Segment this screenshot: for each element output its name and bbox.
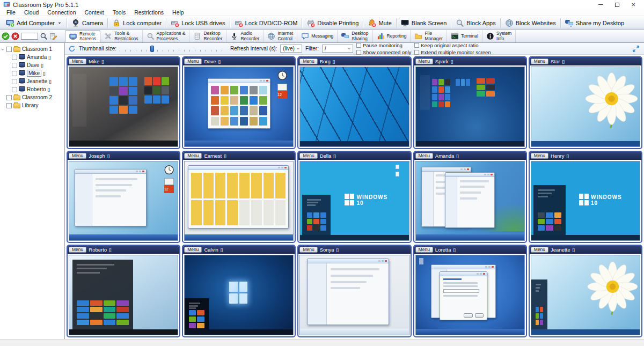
maximize-button[interactable] [615, 3, 619, 7]
station-menu-button[interactable]: Menu [184, 247, 202, 253]
menu-item-cloud[interactable]: Cloud [20, 9, 43, 16]
tree-checkbox[interactable] [12, 87, 17, 92]
tree-checkbox[interactable] [6, 95, 12, 100]
station-screen[interactable] [531, 67, 640, 147]
station-screen[interactable]: 12 [69, 161, 178, 241]
station-menu-button[interactable]: Menu [415, 58, 433, 64]
toolbar-button-block-apps[interactable]: Block Apps [452, 18, 499, 28]
tab-reporting[interactable]: Reporting [373, 30, 411, 42]
tab-remote-screens[interactable]: RemoteScreens [65, 30, 100, 42]
expand-view-icon[interactable] [632, 45, 641, 53]
checkbox-box[interactable] [414, 43, 419, 48]
toolbar-button-camera[interactable]: Camera [68, 18, 107, 28]
slider-thumb[interactable] [150, 46, 154, 52]
tree-item-classroom-2[interactable]: Classroom 2 [0, 93, 64, 101]
tree-checkbox[interactable] [6, 47, 12, 52]
station-menu-button[interactable]: Menu [299, 247, 317, 253]
disconnect-button[interactable] [11, 32, 19, 40]
menu-item-context[interactable]: Context [80, 9, 108, 16]
station-menu-button[interactable]: Menu [415, 247, 433, 253]
close-button[interactable]: × [631, 2, 635, 8]
station-screen[interactable] [299, 67, 409, 147]
tab-desktop-recorder[interactable]: DesktopRecorder [189, 30, 226, 42]
checkbox-box[interactable] [356, 50, 361, 55]
station-screen[interactable] [69, 255, 178, 335]
toolbar-button-lock-computer[interactable]: Lock computer [108, 18, 165, 28]
station-menu-button[interactable]: Menu [69, 247, 86, 253]
station-screen[interactable] [415, 255, 525, 335]
tab-file-manager[interactable]: FileManager [411, 30, 447, 42]
station-screen[interactable] [415, 161, 525, 241]
filter-select[interactable]: / [322, 45, 353, 53]
station-screen[interactable] [299, 255, 409, 335]
menu-item-connection[interactable]: Connection [43, 9, 80, 16]
menu-item-help[interactable]: Help [168, 9, 188, 16]
station-screen[interactable]: 12 [184, 67, 294, 147]
refresh-interval-select[interactable]: (live) [280, 45, 302, 53]
station-menu-button[interactable]: Menu [184, 153, 202, 159]
checkbox-show-connected-only[interactable]: Show connected only [356, 49, 411, 55]
tree-item-mike[interactable]: Mike[] [0, 69, 64, 77]
toolbar-button-share-my-desktop[interactable]: Share my Desktop [561, 18, 628, 28]
toolbar-button-block-websites[interactable]: Block Websites [501, 18, 560, 28]
menu-item-tools[interactable]: Tools [108, 9, 130, 16]
toolbar-button-blank-screen[interactable]: Blank Screen [397, 18, 450, 28]
search-button[interactable] [40, 32, 48, 40]
tree-checkbox[interactable] [12, 55, 17, 60]
tab-desktop-sharing[interactable]: DesktopSharing [338, 30, 372, 42]
station-menu-button[interactable]: Menu [69, 58, 86, 64]
station-menu-button[interactable]: Menu [184, 58, 202, 64]
station-menu-button[interactable]: Menu [531, 247, 548, 253]
minimize-button[interactable] [598, 4, 603, 5]
tree-item-amanda[interactable]: Amanda[] [0, 53, 64, 61]
station-menu-button[interactable]: Menu [531, 58, 548, 64]
tree-item-dave[interactable]: Dave[] [0, 61, 64, 69]
toolbar-button-lock-dvd-cd-rom[interactable]: Lock DVD/CD-ROM [231, 18, 302, 28]
tab-internet-control[interactable]: InternetControl [264, 30, 297, 42]
tree-checkbox[interactable] [12, 71, 17, 76]
toolbar-button-add-computer[interactable]: Add Computer [2, 18, 66, 28]
toolbar-separator [67, 18, 67, 28]
checkbox-box[interactable] [356, 43, 361, 48]
station-menu-button[interactable]: Menu [69, 153, 86, 159]
connect-button[interactable] [2, 32, 10, 40]
checkbox-extend-multiple-monitor-screen[interactable]: Extend multiple monitor screen [414, 49, 491, 55]
station-screen[interactable] [184, 255, 294, 335]
search-input[interactable] [21, 33, 38, 40]
tab-system-info[interactable]: SystemInfo [482, 30, 516, 42]
menu-item-file[interactable]: File [2, 9, 20, 16]
station-screen[interactable]: WINDOWS 10 [299, 161, 409, 241]
tree-checkbox[interactable] [6, 103, 12, 108]
checkbox-keep-original-aspect-ratio[interactable]: Keep original aspect ratio [414, 42, 491, 48]
station-screen[interactable] [415, 67, 525, 147]
station-screen[interactable] [69, 67, 178, 147]
station-screen[interactable] [184, 161, 294, 241]
tree-item-roberto[interactable]: Roberto[] [0, 85, 64, 93]
tree-checkbox[interactable] [12, 63, 17, 68]
tab-terminal[interactable]: Terminal [447, 30, 482, 42]
tree-checkbox[interactable] [12, 79, 17, 84]
toolbar-button-disable-printing[interactable]: Disable Printing [303, 18, 362, 28]
toolbar-button-lock-usb-drives[interactable]: Lock USB drives [167, 18, 229, 28]
checkbox-pause-monitoring[interactable]: Pause monitoring [356, 42, 411, 48]
tab-audio-recorder[interactable]: AudioRecorder [226, 30, 264, 42]
menu-item-restrictions[interactable]: Restrictions [130, 9, 168, 16]
station-menu-button[interactable]: Menu [531, 153, 548, 159]
tab-applications-processes[interactable]: Applications &Processes [143, 30, 190, 42]
station-screen[interactable]: WINDOWS 10 [531, 161, 640, 241]
station-screen[interactable] [531, 255, 640, 335]
station-menu-button[interactable]: Menu [415, 153, 433, 159]
station-menu-button[interactable]: Menu [299, 153, 317, 159]
tree-expander-icon[interactable] [0, 47, 5, 51]
checkbox-box[interactable] [414, 50, 419, 55]
station-menu-button[interactable]: Menu [299, 58, 317, 64]
edit-button[interactable] [49, 32, 57, 40]
tab-messaging[interactable]: Messaging [297, 30, 338, 42]
tree-item-jeanette[interactable]: Jeanette[] [0, 77, 64, 85]
thumbnail-size-slider[interactable] [120, 46, 227, 52]
tree-item-library[interactable]: Library [0, 101, 64, 109]
tab-tools-restrictions[interactable]: Tools &Restrictions [100, 30, 142, 42]
toolbar-button-mute[interactable]: Mute [364, 18, 395, 28]
refresh-icon[interactable] [68, 45, 76, 53]
tree-item-classroom-1[interactable]: Classroom 1 [0, 45, 64, 53]
